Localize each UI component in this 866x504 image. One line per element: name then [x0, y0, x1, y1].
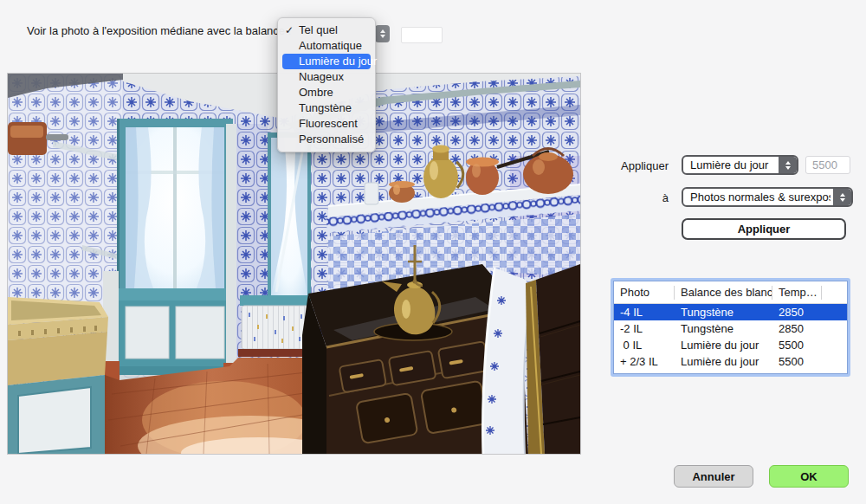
- cell-temp: 5500: [772, 355, 822, 368]
- column-header-spacer: [822, 286, 847, 300]
- table-row[interactable]: + 2/3 IL Lumière du jour 5500: [614, 353, 847, 370]
- ok-button[interactable]: OK: [769, 465, 849, 488]
- apply-target-select-value: Photos normales & surexposé…: [690, 189, 830, 205]
- menu-item-label: Personnalisé: [299, 132, 364, 145]
- menu-item-ombre[interactable]: Ombre: [278, 85, 375, 100]
- white-balance-menu: ✓ Tel quel Automatique Lumière du jour N…: [277, 17, 376, 152]
- apply-label: Appliquer: [573, 159, 669, 172]
- table-header: Photo Balance des blancs Temp…: [614, 281, 847, 304]
- to-label: à: [573, 191, 669, 204]
- cell-temp: 2850: [772, 322, 822, 335]
- table-row[interactable]: -4 IL Tungstène 2850: [614, 304, 847, 320]
- menu-item-label: Tungstène: [299, 101, 352, 114]
- menu-item-nuageux[interactable]: Nuageux: [278, 69, 375, 85]
- balance-popup-stepper[interactable]: [375, 25, 390, 42]
- table-row[interactable]: 0 IL Lumière du jour 5500: [614, 337, 847, 353]
- cell-photo: 0 IL: [614, 339, 675, 352]
- photos-table-inner: Photo Balance des blancs Temp… -4 IL Tun…: [613, 281, 848, 374]
- chevron-up-icon: [785, 161, 791, 165]
- chevron-down-icon: [785, 166, 791, 170]
- menu-item-label: Ombre: [299, 86, 333, 99]
- menu-item-automatique[interactable]: Automatique: [278, 38, 375, 54]
- stepper-icon: [833, 189, 851, 205]
- cell-wb: Tungstène: [675, 322, 772, 335]
- table-row[interactable]: -2 IL Tungstène 2850: [614, 320, 847, 337]
- cell-photo: -2 IL: [614, 322, 675, 335]
- photos-table: Photo Balance des blancs Temp… -4 IL Tun…: [611, 278, 850, 377]
- chevron-down-icon: [840, 198, 845, 202]
- cell-photo: + 2/3 IL: [614, 355, 675, 368]
- view-balance-label: Voir la photo à l'exposition médiane ave…: [27, 24, 291, 37]
- menu-item-tel-quel[interactable]: ✓ Tel quel: [278, 23, 375, 38]
- menu-item-label: Nuageux: [299, 70, 344, 83]
- chevron-down-icon: [380, 35, 385, 38]
- menu-item-tungstene[interactable]: Tungstène: [278, 100, 375, 116]
- cell-temp: 2850: [772, 306, 822, 319]
- chevron-up-icon: [380, 29, 385, 33]
- column-header-balance[interactable]: Balance des blancs: [675, 286, 772, 300]
- balance-temp-field[interactable]: [401, 27, 443, 43]
- apply-wb-select[interactable]: Lumière du jour: [682, 155, 798, 175]
- checkmark-icon: ✓: [285, 23, 294, 38]
- menu-item-personnalise[interactable]: Personnalisé: [278, 132, 375, 147]
- menu-item-label: Automatique: [299, 39, 362, 52]
- apply-temp-field[interactable]: 5500: [805, 156, 850, 174]
- apply-button[interactable]: Appliquer: [682, 218, 846, 240]
- cell-photo: -4 IL: [614, 306, 675, 319]
- chevron-up-icon: [840, 193, 845, 197]
- cell-wb: Tungstène: [675, 306, 772, 319]
- stepper-icon: [779, 157, 797, 173]
- cell-wb: Lumière du jour: [675, 339, 772, 352]
- column-header-photo[interactable]: Photo: [614, 286, 675, 300]
- cell-wb: Lumière du jour: [675, 355, 772, 368]
- menu-item-label: Tel quel: [299, 23, 338, 36]
- apply-target-select[interactable]: Photos normales & surexposé…: [682, 187, 853, 207]
- menu-item-lumiere-du-jour[interactable]: Lumière du jour: [282, 54, 371, 69]
- cell-temp: 5500: [772, 339, 822, 352]
- menu-item-fluorescent[interactable]: Fluorescent: [278, 116, 375, 132]
- cancel-button[interactable]: Annuler: [674, 465, 753, 488]
- apply-wb-select-value: Lumière du jour: [690, 157, 776, 173]
- menu-item-label: Lumière du jour: [299, 55, 377, 68]
- menu-item-label: Fluorescent: [299, 117, 358, 130]
- column-header-temp[interactable]: Temp…: [772, 286, 822, 300]
